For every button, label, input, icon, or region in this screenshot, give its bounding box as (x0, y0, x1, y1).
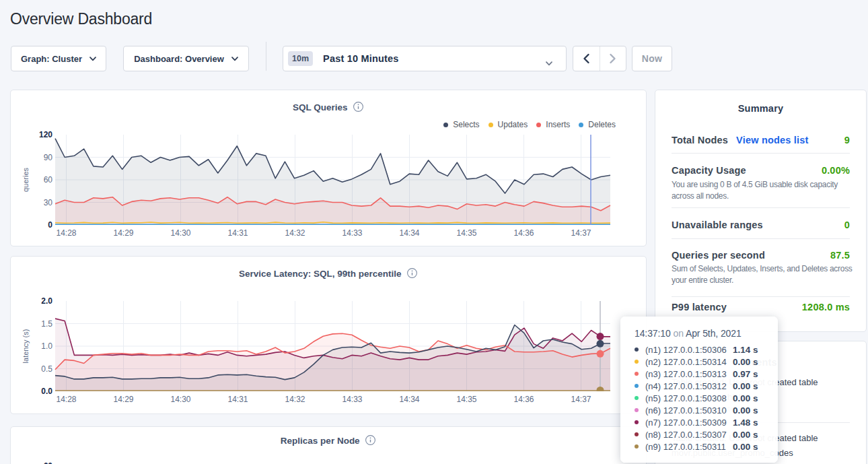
svg-text:14:33: 14:33 (342, 395, 362, 404)
svg-text:90: 90 (44, 153, 53, 162)
svg-text:14:34: 14:34 (399, 395, 419, 404)
svg-text:14:37: 14:37 (571, 228, 591, 238)
svg-text:14:28: 14:28 (56, 395, 76, 404)
svg-text:0.5: 0.5 (41, 364, 52, 374)
svg-text:14:37: 14:37 (571, 395, 591, 404)
svg-text:14:32: 14:32 (285, 228, 305, 238)
svg-text:14:29: 14:29 (113, 228, 133, 238)
svg-text:14:31: 14:31 (227, 228, 248, 238)
svg-text:14:32: 14:32 (285, 395, 305, 404)
svg-text:0: 0 (48, 220, 52, 230)
svg-text:1.0: 1.0 (41, 341, 52, 351)
svg-text:14:33: 14:33 (342, 228, 362, 238)
svg-text:2.0: 2.0 (41, 296, 52, 306)
svg-text:14:31: 14:31 (227, 395, 248, 404)
svg-text:latency (s): latency (s) (22, 329, 30, 364)
svg-text:30: 30 (44, 198, 53, 207)
svg-text:14:28: 14:28 (56, 228, 76, 238)
svg-text:14:35: 14:35 (456, 395, 476, 404)
svg-text:120: 120 (39, 130, 52, 139)
svg-text:0.0: 0.0 (41, 387, 52, 396)
svg-text:14:35: 14:35 (456, 228, 476, 238)
svg-text:14:30: 14:30 (170, 228, 190, 238)
svg-text:14:34: 14:34 (399, 228, 419, 238)
svg-text:14:29: 14:29 (113, 395, 133, 404)
svg-text:14:30: 14:30 (170, 395, 190, 404)
svg-text:14:36: 14:36 (513, 395, 534, 404)
svg-text:60: 60 (44, 175, 53, 185)
svg-text:queries: queries (22, 167, 30, 192)
svg-text:1.5: 1.5 (41, 319, 52, 329)
svg-text:14:36: 14:36 (513, 228, 534, 238)
